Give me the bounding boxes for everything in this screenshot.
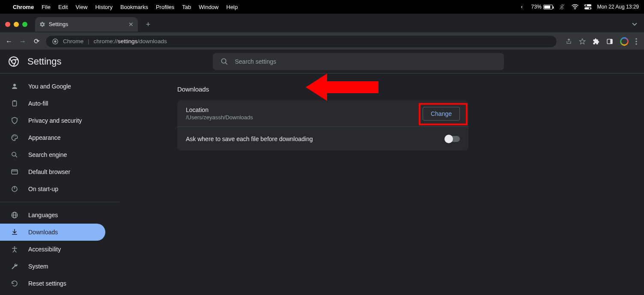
svg-point-10 [635, 38, 637, 39]
sidebar-item-label: Languages [28, 212, 58, 218]
chrome-menu-icon[interactable] [635, 38, 637, 45]
sidebar-item-label: Privacy and security [28, 117, 82, 124]
globe-icon [10, 211, 19, 219]
browser-icon [10, 168, 19, 176]
svg-point-22 [15, 136, 16, 136]
tab-title: Settings [49, 21, 68, 27]
shield-icon [10, 117, 19, 124]
menubar-item-profiles[interactable]: Profiles [156, 4, 174, 10]
downloads-card: Location /Users/zeyassh/Downloads Change… [177, 100, 468, 150]
sidebar-divider [0, 202, 120, 202]
window-close-button[interactable] [5, 22, 10, 27]
address-bar[interactable]: Chrome | chrome://settings/downloads [45, 35, 557, 48]
svg-line-24 [15, 156, 17, 157]
control-center-icon[interactable] [584, 3, 591, 10]
back-button[interactable]: ← [4, 38, 14, 45]
omnibox-url: chrome://settings/downloads [94, 38, 167, 44]
chevron-left-icon[interactable]: ‹ [519, 3, 525, 10]
svg-point-11 [635, 41, 637, 42]
side-panel-icon[interactable] [606, 38, 613, 45]
tab-close-button[interactable]: ✕ [128, 21, 134, 28]
svg-point-20 [12, 137, 13, 138]
sidebar-item-label: Default browser [28, 168, 70, 175]
menubar-item-tab[interactable]: Tab [182, 4, 191, 10]
bluetooth-off-icon[interactable] [559, 3, 566, 10]
svg-line-16 [225, 62, 227, 65]
sidebar-item-autofill[interactable]: Auto-fill [0, 95, 105, 112]
menubar-item-history[interactable]: History [95, 4, 112, 10]
sidebar-item-startup[interactable]: On start-up [0, 180, 105, 198]
section-title: Downloads [177, 86, 644, 93]
download-icon [10, 228, 19, 236]
gear-icon [39, 21, 45, 27]
ask-toggle[interactable] [445, 136, 460, 142]
sidebar-item-accessibility[interactable]: Accessibility [0, 241, 105, 258]
menubar-item-view[interactable]: View [75, 4, 87, 10]
ask-label: Ask where to save each file before downl… [186, 136, 445, 142]
sidebar-item-default-browser[interactable]: Default browser [0, 163, 105, 180]
svg-marker-33 [306, 74, 379, 101]
change-location-button[interactable]: Change [423, 107, 460, 121]
site-info-icon[interactable] [52, 38, 59, 45]
browser-toolbar: ← → ⟳ Chrome | chrome://settings/downloa… [0, 32, 644, 50]
power-icon [10, 185, 19, 193]
location-label: Location [186, 106, 423, 113]
svg-point-17 [13, 84, 16, 86]
svg-rect-19 [14, 100, 16, 102]
window-minimize-button[interactable] [14, 22, 19, 27]
menubar-datetime[interactable]: Mon 22 Aug 13:29 [597, 4, 639, 10]
sidebar-item-label: Downloads [28, 229, 58, 236]
svg-point-4 [585, 5, 587, 6]
sidebar-item-privacy[interactable]: Privacy and security [0, 112, 105, 129]
location-path: /Users/zeyassh/Downloads [186, 114, 423, 121]
svg-point-23 [12, 152, 16, 156]
tabs-overflow-icon[interactable] [632, 23, 641, 26]
menubar-item-file[interactable]: File [42, 4, 51, 10]
sidebar-item-downloads[interactable]: Downloads [0, 224, 105, 241]
share-icon[interactable] [566, 38, 572, 44]
browser-tab[interactable]: Settings ✕ [35, 17, 138, 32]
omnibox-site: Chrome [63, 38, 83, 44]
menubar-app-name[interactable]: Chrome [13, 4, 34, 10]
profile-avatar[interactable] [620, 37, 629, 46]
sidebar-item-search-engine[interactable]: Search engine [0, 146, 105, 163]
svg-point-32 [14, 246, 15, 248]
annotation-arrow-icon [306, 70, 383, 104]
sidebar-item-system[interactable]: System [0, 258, 105, 275]
window-maximize-button[interactable] [22, 22, 27, 27]
omnibox-path-rest: /downloads [137, 38, 167, 44]
bookmark-star-icon[interactable] [579, 38, 586, 45]
menubar-item-help[interactable]: Help [227, 4, 238, 10]
new-tab-button[interactable]: + [142, 18, 154, 30]
menubar-item-bookmarks[interactable]: Bookmarks [120, 4, 148, 10]
menubar-item-window[interactable]: Window [199, 4, 218, 10]
reload-button[interactable]: ⟳ [32, 37, 41, 45]
sidebar-item-reset[interactable]: Reset settings [0, 275, 105, 292]
battery-icon[interactable] [543, 5, 553, 9]
battery-percentage: 73% [531, 4, 542, 10]
extensions-icon[interactable] [593, 38, 599, 45]
sidebar-item-label: You and Google [28, 83, 71, 90]
restore-icon [10, 280, 19, 287]
download-location-row: Location /Users/zeyassh/Downloads Change [177, 100, 468, 127]
sidebar-item-you-and-google[interactable]: You and Google [0, 78, 105, 95]
macos-menubar: Chrome File Edit View History Bookmarks … [0, 0, 644, 14]
svg-point-5 [589, 8, 590, 9]
window-traffic-lights [3, 22, 31, 27]
settings-search-input[interactable]: Search settings [213, 53, 504, 70]
search-icon [10, 151, 19, 159]
wifi-icon[interactable] [572, 3, 578, 10]
omnibox-path-highlight: settings [118, 38, 138, 44]
sidebar-item-label: Appearance [28, 134, 61, 141]
svg-rect-18 [13, 101, 17, 106]
menubar-item-edit[interactable]: Edit [58, 4, 68, 10]
settings-title: Settings [27, 56, 62, 67]
svg-point-1 [575, 9, 575, 9]
palette-icon [10, 134, 19, 142]
sidebar-item-languages[interactable]: Languages [0, 206, 105, 224]
settings-main: Downloads Location /Users/zeyassh/Downlo… [120, 74, 644, 295]
ask-before-download-row: Ask where to save each file before downl… [177, 127, 468, 150]
sidebar-item-label: Search engine [28, 151, 67, 158]
sidebar-item-appearance[interactable]: Appearance [0, 129, 105, 146]
accessibility-icon [10, 245, 19, 253]
